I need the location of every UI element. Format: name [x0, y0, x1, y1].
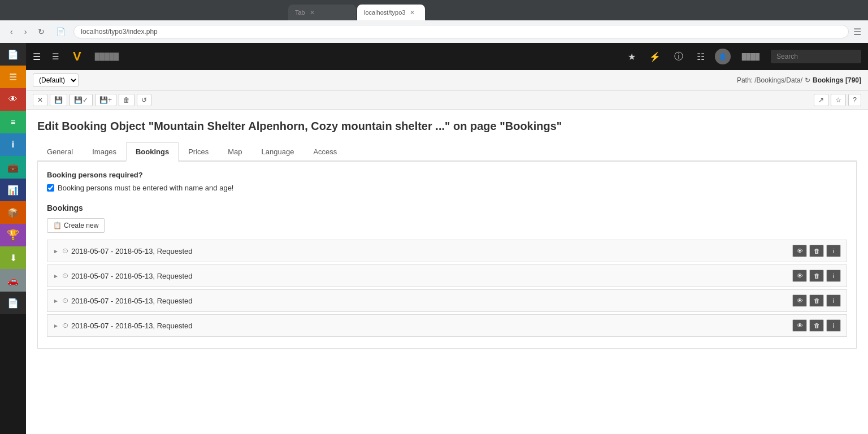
- trash-button[interactable]: 🗑: [809, 270, 824, 282]
- expand-icon: ►: [53, 248, 59, 254]
- sidebar: 📄 ☰ 👁 ≡ i 💼 📊 📦 🏆 ⬇ 🚗 📄: [0, 43, 26, 434]
- bookings-section: Bookings 📋 Create new ► ⏲ 2018-05-07 - 2…: [47, 203, 847, 337]
- sidebar-item-reports[interactable]: 📊: [0, 179, 26, 201]
- create-icon: 📋: [53, 222, 62, 229]
- save-close-button[interactable]: 💾✓: [70, 94, 93, 106]
- clock-icon: ⏲: [62, 247, 69, 255]
- booking-persons-checkbox-label: Booking persons must be entered with nam…: [58, 184, 233, 192]
- create-new-button[interactable]: 📋 Create new: [47, 218, 105, 233]
- list-icon[interactable]: ☰: [52, 52, 59, 61]
- tab-language[interactable]: Language: [252, 142, 304, 162]
- booking-actions: 👁 🗑 i: [792, 319, 841, 332]
- browser-tab-2[interactable]: localhost/typo3 ✕: [357, 5, 425, 20]
- booking-persons-label: Booking persons required?: [47, 171, 847, 179]
- trash-button[interactable]: 🗑: [809, 319, 824, 332]
- info-button[interactable]: i: [826, 319, 841, 332]
- tab-prices[interactable]: Prices: [179, 142, 218, 162]
- help-icon[interactable]: ⓘ: [674, 51, 683, 63]
- info-button[interactable]: i: [826, 294, 841, 307]
- sidebar-item-filelist[interactable]: 📄: [0, 292, 26, 314]
- toolbar: ✕ 💾 💾✓ 💾+ 🗑 ↺ ↗ ☆ ?: [26, 91, 868, 110]
- booking-persons-section: Booking persons required? Booking person…: [47, 171, 847, 192]
- booking-actions: 👁 🗑 i: [792, 294, 841, 307]
- brand-name: █████: [95, 53, 119, 60]
- hamburger-icon[interactable]: ☰: [33, 51, 41, 62]
- address-bar[interactable]: [73, 25, 849, 38]
- forward-button[interactable]: ›: [21, 25, 31, 38]
- undo-button[interactable]: ↺: [137, 94, 151, 106]
- tabs: General Images Bookings Prices Map Langu…: [37, 142, 857, 162]
- sidebar-item-list[interactable]: ☰: [0, 66, 26, 88]
- sidebar-item-extensions[interactable]: 📦: [0, 201, 26, 224]
- browser-tab-1[interactable]: Tab ✕: [288, 5, 356, 20]
- help-button[interactable]: ?: [848, 94, 861, 106]
- sidebar-item-content[interactable]: ≡: [0, 111, 26, 133]
- info-button[interactable]: i: [826, 245, 841, 257]
- open-new-button[interactable]: ↗: [814, 94, 828, 106]
- tab-content-bookings: Booking persons required? Booking person…: [37, 162, 857, 349]
- expand-icon: ►: [53, 323, 59, 329]
- sidebar-item-scheduler[interactable]: 🏆: [0, 224, 26, 246]
- sidebar-item-install[interactable]: ⬇: [0, 246, 26, 269]
- eye-button[interactable]: 👁: [792, 294, 807, 307]
- tab-general[interactable]: General: [37, 142, 83, 162]
- booking-persons-checkbox[interactable]: [47, 184, 54, 192]
- sidebar-item-redirects[interactable]: 🚗: [0, 269, 26, 292]
- tab-close-2[interactable]: ✕: [410, 9, 415, 16]
- tab-images[interactable]: Images: [83, 142, 126, 162]
- clock-icon: ⏲: [62, 322, 69, 329]
- sidebar-item-view[interactable]: 👁: [0, 88, 26, 111]
- brand-logo: V: [73, 49, 81, 64]
- tab-close-1[interactable]: ✕: [310, 9, 315, 16]
- booking-date: 2018-05-07 - 2018-05-13, Requested: [71, 297, 792, 305]
- reload-icon[interactable]: ↻: [805, 76, 810, 84]
- back-button[interactable]: ‹: [7, 25, 16, 38]
- booking-actions: 👁 🗑 i: [792, 270, 841, 282]
- delete-button[interactable]: 🗑: [119, 94, 134, 106]
- default-select[interactable]: (Default): [33, 73, 79, 87]
- bookings-section-label: Bookings: [47, 203, 847, 212]
- home-button[interactable]: 📄: [53, 25, 69, 38]
- reload-button[interactable]: ↻: [34, 25, 48, 38]
- create-new-label: Create new: [64, 222, 98, 229]
- info-button[interactable]: i: [826, 270, 841, 282]
- breadcrumb-bar: (Default) Path: /Bookings/Data/ ↻ Bookin…: [26, 70, 868, 91]
- tab-label: Tab: [295, 9, 305, 16]
- tab-bookings[interactable]: Bookings: [126, 142, 179, 162]
- table-row[interactable]: ► ⏲ 2018-05-07 - 2018-05-13, Requested 👁…: [47, 314, 847, 337]
- avatar[interactable]: 👤: [715, 49, 731, 64]
- bookmark-button[interactable]: ☆: [831, 94, 846, 106]
- sidebar-item-workspaces[interactable]: 💼: [0, 156, 26, 179]
- path-label: Path: /Bookings/Data/: [737, 76, 802, 84]
- save-button[interactable]: 💾: [50, 94, 67, 106]
- table-row[interactable]: ► ⏲ 2018-05-07 - 2018-05-13, Requested 👁…: [47, 289, 847, 312]
- eye-button[interactable]: 👁: [792, 245, 807, 257]
- tab-map[interactable]: Map: [218, 142, 251, 162]
- star-icon[interactable]: ★: [628, 51, 636, 62]
- table-row[interactable]: ► ⏲ 2018-05-07 - 2018-05-13, Requested 👁…: [47, 240, 847, 262]
- page-title: Edit Booking Object "Mountain Shelter Al…: [37, 119, 857, 133]
- tab-label-active: localhost/typo3: [364, 9, 405, 16]
- booking-date: 2018-05-07 - 2018-05-13, Requested: [71, 247, 792, 255]
- table-row[interactable]: ► ⏲ 2018-05-07 - 2018-05-13, Requested 👁…: [47, 264, 847, 287]
- user-name: ████: [742, 53, 760, 60]
- sidebar-item-info[interactable]: i: [0, 133, 26, 156]
- trash-button[interactable]: 🗑: [809, 294, 824, 307]
- sidebar-item-file[interactable]: 📄: [0, 43, 26, 66]
- tab-access[interactable]: Access: [303, 142, 346, 162]
- booking-date: 2018-05-07 - 2018-05-13, Requested: [71, 322, 792, 330]
- grid-icon[interactable]: ☷: [697, 51, 705, 62]
- page-content: Edit Booking Object "Mountain Shelter Al…: [26, 110, 868, 434]
- close-button[interactable]: ✕: [33, 94, 47, 106]
- eye-button[interactable]: 👁: [792, 270, 807, 282]
- booking-date: 2018-05-07 - 2018-05-13, Requested: [71, 272, 792, 280]
- checkbox-row: Booking persons must be entered with nam…: [47, 184, 847, 192]
- trash-button[interactable]: 🗑: [809, 245, 824, 257]
- eye-button[interactable]: 👁: [792, 319, 807, 332]
- flash-icon[interactable]: ⚡: [649, 51, 661, 62]
- search-input[interactable]: [771, 50, 861, 63]
- top-nav: ☰ ☰ V █████ ★ ⚡ ⓘ ☷ 👤 ████: [26, 43, 868, 70]
- save-new-button[interactable]: 💾+: [95, 94, 116, 106]
- browser-menu-button[interactable]: ☰: [853, 27, 861, 37]
- booking-actions: 👁 🗑 i: [792, 245, 841, 257]
